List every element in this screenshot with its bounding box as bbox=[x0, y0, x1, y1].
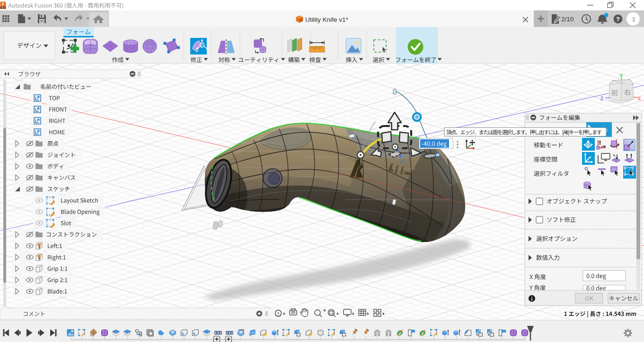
svg-text:?: ? bbox=[616, 16, 620, 23]
svg-text::]: :] bbox=[632, 16, 635, 22]
svg-text:Utility Knife v1*: Utility Knife v1* bbox=[305, 16, 349, 23]
svg-text:2/10: 2/10 bbox=[561, 16, 573, 23]
